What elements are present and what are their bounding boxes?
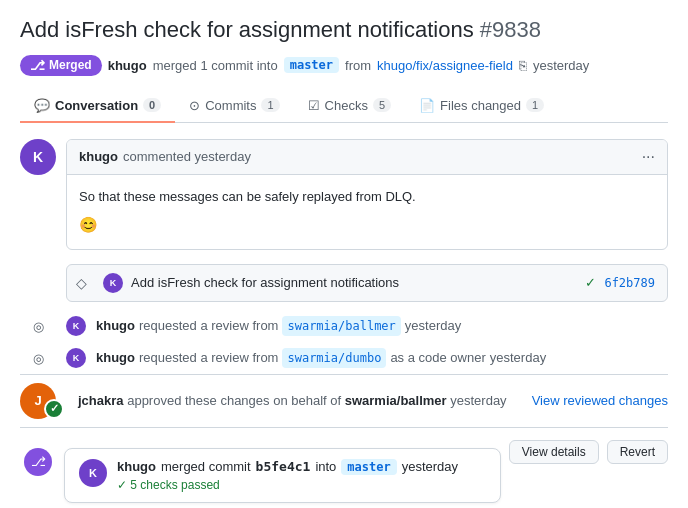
event-author-2: khugo [96,348,135,368]
comment-time: yesterday [195,149,251,164]
head-branch-link[interactable]: khugo/fix/assignee-field [377,58,513,73]
merge-time: yesterday [402,459,458,474]
comment-content: So that these messages can be safely rep… [67,175,667,249]
event-mini-avatar-1: K [66,316,86,336]
merge-card-line1: khugo merged commit b5fe4c1 into master … [117,459,486,475]
event-text-2: khugo requested a review from swarmia/du… [96,348,668,368]
pr-number: #9838 [480,17,541,42]
comment-card: K khugo commented yesterday ··· So that … [20,139,668,250]
checks-passed-icon: ✓ [117,478,130,492]
timeline: K khugo commented yesterday ··· So that … [20,139,668,508]
merge-card: K khugo merged commit b5fe4c1 into maste… [64,448,501,503]
tab-conversation[interactable]: 💬 Conversation 0 [20,90,175,123]
commit-check-icon: ✓ [585,275,596,290]
tab-files-changed[interactable]: 📄 Files changed 1 [405,90,558,123]
tab-conversation-count: 0 [143,98,161,112]
event-action-1: requested a review from [139,316,278,336]
merge-icon: ⎇ [30,58,45,73]
tab-commits[interactable]: ⊙ Commits 1 [175,90,293,123]
tab-commits-label: Commits [205,98,256,113]
comment-meta: commented yesterday [123,149,251,164]
status-label: Merged [49,58,92,72]
approver-name: jchakra [78,393,124,408]
merged-badge: ⎇ Merged [20,55,102,76]
event-author-1: khugo [96,316,135,336]
tab-commits-count: 1 [261,98,279,112]
copy-icon[interactable]: ⎘ [519,58,527,73]
event-team-2[interactable]: swarmia/dumbo [282,348,386,368]
commit-mini-avatar: K [103,273,123,293]
tabs-bar: 💬 Conversation 0 ⊙ Commits 1 ☑ Checks 5 … [20,90,668,123]
comment-header: khugo commented yesterday ··· [67,140,667,175]
approved-text: jchakra approved these changes on behalf… [78,393,507,408]
event-time-1: yesterday [405,316,461,336]
comment-body-wrap: khugo commented yesterday ··· So that th… [66,139,668,250]
merge-card-content: khugo merged commit b5fe4c1 into master … [117,459,486,492]
approved-row: J ✓ jchakra approved these changes on be… [20,374,668,428]
merge-card-checks: ✓ 5 checks passed [117,478,486,492]
approved-action-text: approved these changes on behalf of [127,393,345,408]
event-time-2: yesterday [490,348,546,368]
comment-author: khugo [79,149,118,164]
eye-icon-2: ◎ [29,350,47,368]
merge-mini-avatar: K [79,459,107,487]
comment-header-left: khugo commented yesterday [79,149,251,164]
comment-options-button[interactable]: ··· [642,148,655,166]
merge-action-text: merged commit [161,459,251,474]
merge-actions: View details Revert [509,440,668,464]
event-team-1[interactable]: swarmia/ballmer [282,316,400,336]
tab-conversation-label: Conversation [55,98,138,113]
merge-card-wrap: K khugo merged commit b5fe4c1 into maste… [64,440,501,508]
tab-checks[interactable]: ☑ Checks 5 [294,90,405,123]
pr-title-text: Add isFresh check for assignment notific… [20,17,474,42]
commit-diamond-icon: ◇ [67,275,95,291]
event-suffix-2: as a code owner [390,348,485,368]
tab-checks-count: 5 [373,98,391,112]
tab-files-count: 1 [526,98,544,112]
event-mini-avatar-2: K [66,348,86,368]
approved-left: J ✓ jchakra approved these changes on be… [20,383,507,419]
review-request-2: ◎ K khugo requested a review from swarmi… [20,342,668,374]
comment-emoji[interactable]: 😊 [79,214,655,237]
commits-icon: ⊙ [189,98,200,113]
comment-body-text: So that these messages can be safely rep… [79,189,416,204]
commit-row: ◇ K Add isFresh check for assignment not… [66,264,668,302]
approve-check-badge: ✓ [44,399,64,419]
conversation-icon: 💬 [34,98,50,113]
event-text-1: khugo requested a review from swarmia/ba… [96,316,668,336]
review-request-1: ◎ K khugo requested a review from swarmi… [20,310,668,342]
approved-time: yesterday [450,393,506,408]
merge-into-text: into [315,459,336,474]
files-icon: 📄 [419,98,435,113]
merge-checks-text: 5 checks passed [130,478,219,492]
merge-branch-link[interactable]: master [341,459,396,475]
pr-meta: ⎇ Merged khugo merged 1 commit into mast… [20,55,668,76]
pr-meta-action: merged 1 commit into [153,58,278,73]
approved-team: swarmia/ballmer [345,393,447,408]
merge-commit-hash: b5fe4c1 [256,459,311,474]
merge-author: khugo [117,459,156,474]
view-reviewed-changes-link[interactable]: View reviewed changes [532,393,668,408]
commit-sha-link[interactable]: 6f2b789 [604,276,655,290]
pr-title: Add isFresh check for assignment notific… [20,16,668,45]
tab-files-label: Files changed [440,98,521,113]
eye-icon: ◎ [29,318,47,336]
checks-icon: ☑ [308,98,320,113]
view-details-button[interactable]: View details [509,440,599,464]
revert-button[interactable]: Revert [607,440,668,464]
merge-section: ⎇ K khugo merged commit b5fe4c1 into mas… [20,440,668,508]
pr-author: khugo [108,58,147,73]
comment-action: commented [123,149,191,164]
comment-avatar: K [20,139,56,175]
pr-time: yesterday [533,58,589,73]
event-action-2: requested a review from [139,348,278,368]
tab-checks-label: Checks [325,98,368,113]
pr-meta-from: from [345,58,371,73]
commit-message: Add isFresh check for assignment notific… [131,275,577,290]
merge-card-icon: ⎇ [24,448,52,476]
base-branch-link[interactable]: master [284,57,339,73]
